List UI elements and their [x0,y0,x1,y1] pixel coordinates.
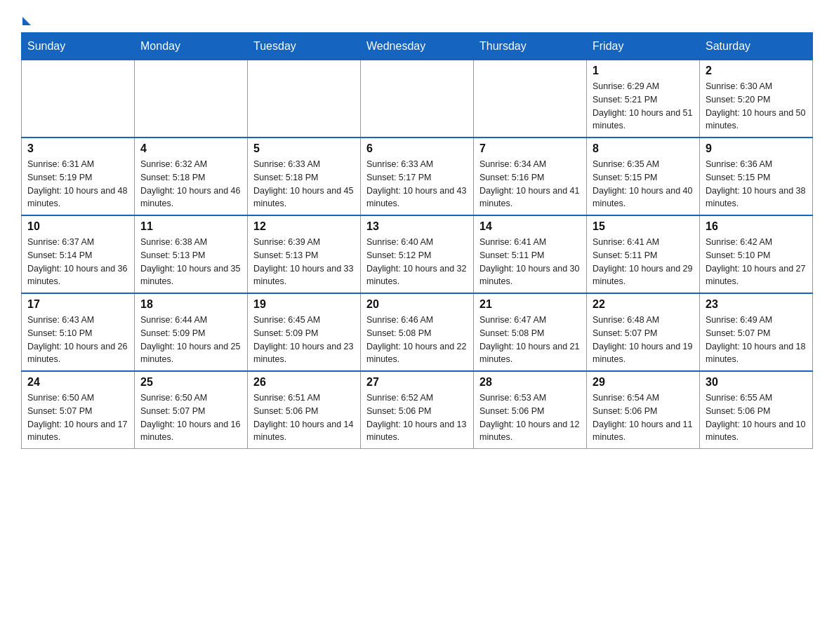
day-info: Sunrise: 6:51 AMSunset: 5:06 PMDaylight:… [253,391,355,444]
weekday-header-sunday: Sunday [22,33,135,60]
calendar-cell: 11Sunrise: 6:38 AMSunset: 5:13 PMDayligh… [135,215,248,293]
day-number: 27 [366,376,468,389]
weekday-header-monday: Monday [135,33,248,60]
calendar-cell: 30Sunrise: 6:55 AMSunset: 5:06 PMDayligh… [700,371,813,449]
logo [21,14,31,25]
calendar-cell: 21Sunrise: 6:47 AMSunset: 5:08 PMDayligh… [474,293,587,371]
calendar-week-row: 3Sunrise: 6:31 AMSunset: 5:19 PMDaylight… [22,137,813,215]
day-number: 18 [140,298,241,311]
day-number: 7 [479,142,581,155]
day-number: 16 [706,220,807,233]
day-info: Sunrise: 6:43 AMSunset: 5:10 PMDaylight:… [27,314,128,366]
day-info: Sunrise: 6:47 AMSunset: 5:08 PMDaylight:… [479,314,581,366]
day-number: 25 [140,376,241,389]
day-info: Sunrise: 6:38 AMSunset: 5:13 PMDaylight:… [140,236,241,288]
weekday-header-row: SundayMondayTuesdayWednesdayThursdayFrid… [22,33,813,60]
day-number: 2 [706,65,807,77]
calendar-cell: 27Sunrise: 6:52 AMSunset: 5:06 PMDayligh… [361,371,474,449]
calendar-cell: 3Sunrise: 6:31 AMSunset: 5:19 PMDaylight… [22,137,135,215]
day-info: Sunrise: 6:54 AMSunset: 5:06 PMDaylight:… [593,391,694,444]
day-number: 19 [253,298,355,311]
calendar-week-row: 24Sunrise: 6:50 AMSunset: 5:07 PMDayligh… [22,371,813,449]
day-info: Sunrise: 6:32 AMSunset: 5:18 PMDaylight:… [140,158,241,210]
day-info: Sunrise: 6:29 AMSunset: 5:21 PMDaylight:… [593,80,694,133]
day-info: Sunrise: 6:33 AMSunset: 5:18 PMDaylight:… [253,158,355,210]
day-info: Sunrise: 6:48 AMSunset: 5:07 PMDaylight:… [593,314,694,366]
calendar-cell: 13Sunrise: 6:40 AMSunset: 5:12 PMDayligh… [361,215,474,293]
day-number: 26 [253,376,355,389]
calendar-cell: 18Sunrise: 6:44 AMSunset: 5:09 PMDayligh… [135,293,248,371]
calendar-cell: 2Sunrise: 6:30 AMSunset: 5:20 PMDaylight… [700,60,813,138]
day-number: 28 [479,376,581,389]
calendar-cell [361,60,474,138]
day-number: 10 [27,220,128,233]
calendar-cell: 26Sunrise: 6:51 AMSunset: 5:06 PMDayligh… [248,371,361,449]
day-number: 30 [706,376,807,389]
calendar-cell: 12Sunrise: 6:39 AMSunset: 5:13 PMDayligh… [248,215,361,293]
calendar-cell: 17Sunrise: 6:43 AMSunset: 5:10 PMDayligh… [22,293,135,371]
calendar-cell: 28Sunrise: 6:53 AMSunset: 5:06 PMDayligh… [474,371,587,449]
day-info: Sunrise: 6:50 AMSunset: 5:07 PMDaylight:… [27,391,128,444]
day-info: Sunrise: 6:35 AMSunset: 5:15 PMDaylight:… [593,158,694,210]
day-number: 5 [253,142,355,155]
calendar-cell: 29Sunrise: 6:54 AMSunset: 5:06 PMDayligh… [587,371,700,449]
day-info: Sunrise: 6:37 AMSunset: 5:14 PMDaylight:… [27,236,128,288]
weekday-header-tuesday: Tuesday [248,33,361,60]
day-number: 9 [706,142,807,155]
day-info: Sunrise: 6:41 AMSunset: 5:11 PMDaylight:… [479,236,581,288]
calendar-table: SundayMondayTuesdayWednesdayThursdayFrid… [21,32,813,449]
day-number: 11 [140,220,241,233]
calendar-cell [474,60,587,138]
calendar-cell: 15Sunrise: 6:41 AMSunset: 5:11 PMDayligh… [587,215,700,293]
day-info: Sunrise: 6:42 AMSunset: 5:10 PMDaylight:… [706,236,807,288]
logo-arrow-icon [22,17,31,25]
calendar-cell: 24Sunrise: 6:50 AMSunset: 5:07 PMDayligh… [22,371,135,449]
calendar-cell: 9Sunrise: 6:36 AMSunset: 5:15 PMDaylight… [700,137,813,215]
day-number: 15 [593,220,694,233]
calendar-cell: 7Sunrise: 6:34 AMSunset: 5:16 PMDaylight… [474,137,587,215]
calendar-cell: 20Sunrise: 6:46 AMSunset: 5:08 PMDayligh… [361,293,474,371]
day-info: Sunrise: 6:40 AMSunset: 5:12 PMDaylight:… [366,236,468,288]
day-number: 6 [366,142,468,155]
day-info: Sunrise: 6:50 AMSunset: 5:07 PMDaylight:… [140,391,241,444]
day-info: Sunrise: 6:30 AMSunset: 5:20 PMDaylight:… [706,80,807,133]
day-info: Sunrise: 6:52 AMSunset: 5:06 PMDaylight:… [366,391,468,444]
day-info: Sunrise: 6:45 AMSunset: 5:09 PMDaylight:… [253,314,355,366]
day-info: Sunrise: 6:44 AMSunset: 5:09 PMDaylight:… [140,314,241,366]
calendar-week-row: 10Sunrise: 6:37 AMSunset: 5:14 PMDayligh… [22,215,813,293]
calendar-cell: 5Sunrise: 6:33 AMSunset: 5:18 PMDaylight… [248,137,361,215]
day-number: 29 [593,376,694,389]
calendar-cell [135,60,248,138]
calendar-cell [248,60,361,138]
calendar-cell: 4Sunrise: 6:32 AMSunset: 5:18 PMDaylight… [135,137,248,215]
calendar-cell: 16Sunrise: 6:42 AMSunset: 5:10 PMDayligh… [700,215,813,293]
day-info: Sunrise: 6:55 AMSunset: 5:06 PMDaylight:… [706,391,807,444]
day-number: 20 [366,298,468,311]
weekday-header-thursday: Thursday [474,33,587,60]
day-number: 4 [140,142,241,155]
calendar-cell: 25Sunrise: 6:50 AMSunset: 5:07 PMDayligh… [135,371,248,449]
calendar-cell: 14Sunrise: 6:41 AMSunset: 5:11 PMDayligh… [474,215,587,293]
calendar-cell [22,60,135,138]
calendar-cell: 19Sunrise: 6:45 AMSunset: 5:09 PMDayligh… [248,293,361,371]
calendar-cell: 10Sunrise: 6:37 AMSunset: 5:14 PMDayligh… [22,215,135,293]
calendar-cell: 23Sunrise: 6:49 AMSunset: 5:07 PMDayligh… [700,293,813,371]
day-info: Sunrise: 6:53 AMSunset: 5:06 PMDaylight:… [479,391,581,444]
day-number: 3 [27,142,128,155]
day-number: 1 [593,65,694,77]
weekday-header-saturday: Saturday [700,33,813,60]
day-number: 24 [27,376,128,389]
day-number: 13 [366,220,468,233]
day-info: Sunrise: 6:36 AMSunset: 5:15 PMDaylight:… [706,158,807,210]
day-number: 22 [593,298,694,311]
weekday-header-friday: Friday [587,33,700,60]
day-info: Sunrise: 6:49 AMSunset: 5:07 PMDaylight:… [706,314,807,366]
day-info: Sunrise: 6:41 AMSunset: 5:11 PMDaylight:… [593,236,694,288]
page-header [21,14,813,25]
day-info: Sunrise: 6:34 AMSunset: 5:16 PMDaylight:… [479,158,581,210]
day-number: 23 [706,298,807,311]
day-info: Sunrise: 6:39 AMSunset: 5:13 PMDaylight:… [253,236,355,288]
day-number: 17 [27,298,128,311]
calendar-week-row: 1Sunrise: 6:29 AMSunset: 5:21 PMDaylight… [22,60,813,138]
calendar-cell: 22Sunrise: 6:48 AMSunset: 5:07 PMDayligh… [587,293,700,371]
